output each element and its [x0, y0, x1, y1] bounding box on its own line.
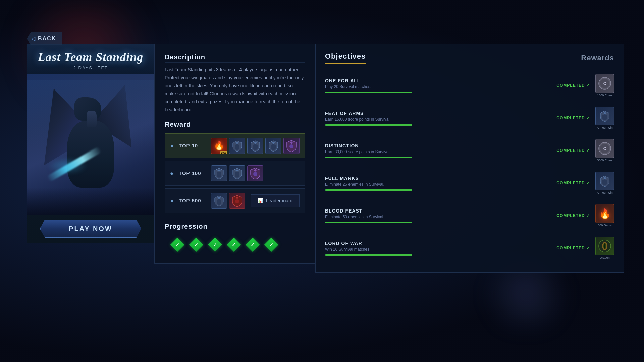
- objective-blood-feast: BLOOD FEAST Eliminate 50 enemies in Surv…: [325, 199, 614, 232]
- description-panel: Description Last Team Standing pits 3 te…: [154, 44, 315, 264]
- obj-reward-distinction: C 3000 Coins: [595, 139, 614, 162]
- reward-label-lord-of-war: Dragon: [600, 256, 610, 259]
- obj-status-full-marks: COMPLETED ✓: [556, 181, 590, 185]
- reward-tier-top500: ◆ TOP 500: [165, 188, 305, 213]
- tier-label-top10: TOP 10: [179, 143, 206, 148]
- svg-point-12: [604, 243, 605, 249]
- event-title-area: Last Team Standing 2 DAYS LEFT: [27, 44, 154, 74]
- armor-svg-100-1: [214, 168, 224, 179]
- obj-progress-fill-full-marks: [325, 189, 412, 191]
- fire-icon: 🔥: [214, 140, 224, 151]
- obj-info-distinction: DISTINCTION Earn 30,000 score points in …: [325, 143, 551, 158]
- obj-progress-lord-of-war: [325, 254, 412, 256]
- svg-point-0: [289, 144, 293, 148]
- obj-desc-feat-of-arms: Earn 15,000 score points in Survival.: [325, 117, 551, 122]
- coin-reward-icon: C: [595, 74, 614, 93]
- svg-text:C: C: [603, 146, 606, 151]
- red-shield-svg-500: [232, 195, 243, 207]
- event-time-left: 2 DAYS LEFT: [31, 65, 151, 70]
- city-silhouette: [27, 188, 154, 215]
- obj-reward-feat-of-arms: Armour Win: [595, 107, 614, 129]
- dragon-reward-icon: [595, 237, 614, 255]
- obj-desc-lord-of-war: Win 10 Survival matches.: [325, 247, 551, 252]
- obj-progress-fill-feat-of-arms: [325, 124, 412, 126]
- obj-title-full-marks: FULL MARKS: [325, 176, 551, 181]
- obj-status-lord-of-war: COMPLETED ✓: [556, 246, 590, 250]
- obj-info-feat-of-arms: FEAT OF ARMS Earn 15,000 score points in…: [325, 111, 551, 126]
- back-button-label: BACK: [38, 36, 56, 42]
- progression-section: Progression: [165, 223, 305, 254]
- objective-distinction: DISTINCTION Earn 30,000 score points in …: [325, 134, 614, 167]
- obj-reward-blood-feast: 🔥 300 Gems: [595, 204, 614, 227]
- armor-reward-icon-feat: [595, 107, 614, 125]
- rider: [87, 111, 97, 127]
- obj-progress-full-marks: [325, 189, 412, 191]
- armor-reward-icon-2: [247, 138, 263, 154]
- obj-desc-one-for-all: Play 20 Survival matches.: [325, 84, 551, 89]
- leaderboard-icon: 📊: [258, 198, 263, 203]
- play-now-label: PLAY NOW: [45, 225, 136, 233]
- armor-svg-500: [214, 195, 224, 206]
- armor-icon-3: [268, 140, 278, 152]
- reward-label-blood-feast: 300 Gems: [598, 224, 612, 227]
- objective-lord-of-war: LORD OF WAR Win 10 Survival matches. COM…: [325, 232, 614, 264]
- energy-glow: [47, 158, 88, 174]
- reward-label-distinction: 3000 Coins: [597, 159, 612, 162]
- obj-progress-fill-lord-of-war: [325, 254, 412, 256]
- back-button[interactable]: ◁ BACK: [27, 32, 62, 45]
- prog-check-2: [190, 239, 202, 251]
- shield-svg-100: [250, 167, 261, 179]
- dragon-scene: [27, 74, 154, 215]
- prog-check-4: [228, 239, 240, 251]
- obj-title-feat-of-arms: FEAT OF ARMS: [325, 111, 551, 116]
- tier-label-top500: TOP 500: [179, 198, 206, 203]
- obj-progress-distinction: [325, 157, 412, 158]
- coin-icon: C: [598, 77, 611, 90]
- armor-icon-1: [232, 140, 242, 152]
- prog-check-6: [265, 239, 277, 251]
- fire-reward-icon: 🔥 2000: [211, 138, 227, 154]
- armor-icon-2: [250, 140, 260, 152]
- back-chevron-icon: ◁: [31, 35, 36, 42]
- event-image: [27, 74, 154, 215]
- fire-gem-icon: 🔥: [599, 208, 611, 219]
- obj-title-distinction: DISTINCTION: [325, 143, 551, 148]
- shield-reward-icon-top10: [283, 138, 300, 154]
- armor-icon-full-marks: [600, 175, 610, 187]
- main-container: Last Team Standing 2 DAYS LEFT: [0, 0, 644, 273]
- progression-divider: [165, 232, 305, 232]
- svg-point-1: [253, 172, 257, 176]
- reward-label-full-marks: Armour Win: [597, 191, 613, 194]
- obj-info-one-for-all: ONE FOR ALL Play 20 Survival matches.: [325, 78, 551, 93]
- dragon-illustration: [34, 77, 147, 194]
- prog-diamond-2: [189, 238, 203, 252]
- svg-text:C: C: [603, 81, 606, 86]
- dragon-eye-icon: [598, 239, 611, 253]
- leaderboard-button[interactable]: 📊 Leaderboard: [251, 194, 300, 207]
- obj-status-one-for-all: COMPLETED ✓: [556, 83, 590, 88]
- gem-reward-icon: 🔥: [595, 204, 614, 223]
- obj-progress-fill-one-for-all: [325, 92, 412, 93]
- obj-info-blood-feast: BLOOD FEAST Eliminate 50 enemies in Surv…: [325, 208, 551, 223]
- red-shield-icon-500: [229, 193, 245, 209]
- shield-icon-100: [247, 165, 263, 181]
- objectives-header: Objectives Rewards: [325, 52, 614, 64]
- obj-reward-one-for-all: C 1000 Coins: [595, 74, 614, 97]
- armor-svg-100-2: [232, 168, 242, 179]
- tier-label-top100: TOP 100: [179, 170, 206, 176]
- obj-status-distinction: COMPLETED ✓: [556, 148, 590, 153]
- objectives-tab[interactable]: Objectives: [325, 52, 366, 64]
- reward-title: Reward: [165, 121, 305, 128]
- obj-title-lord-of-war: LORD OF WAR: [325, 241, 551, 246]
- reward-divider: [165, 130, 305, 130]
- shield-icon-top10: [286, 140, 297, 152]
- tier-diamond-top10: ◆: [170, 143, 173, 148]
- prog-diamond-4: [227, 238, 241, 252]
- armor-icon-100-1: [211, 165, 227, 181]
- coin-reward-icon-distinction: C: [595, 139, 614, 158]
- play-now-button[interactable]: PLAY NOW: [40, 220, 141, 238]
- description-divider: [165, 62, 305, 63]
- rewards-tab[interactable]: Rewards: [581, 54, 614, 62]
- tier-icons-top500: [211, 193, 245, 209]
- tier-diamond-top100: ◆: [170, 171, 173, 176]
